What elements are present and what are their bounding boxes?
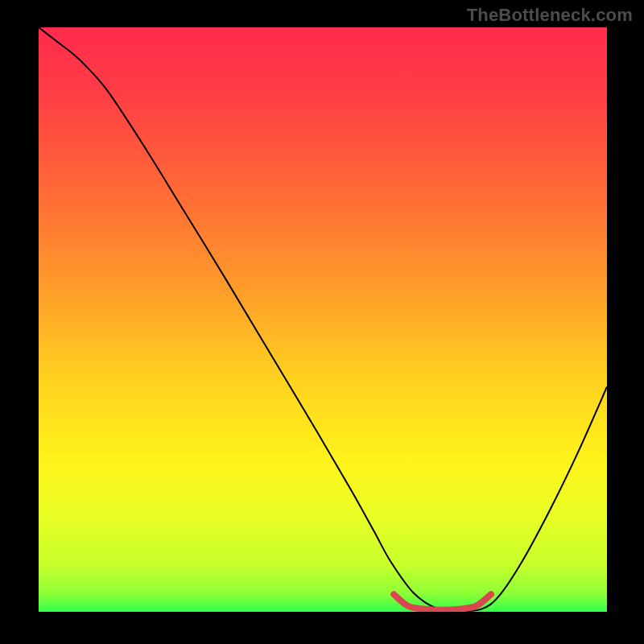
bottleneck-chart <box>0 0 644 644</box>
watermark-text: TheBottleneck.com <box>467 5 633 26</box>
chart-stage: TheBottleneck.com <box>0 0 644 644</box>
